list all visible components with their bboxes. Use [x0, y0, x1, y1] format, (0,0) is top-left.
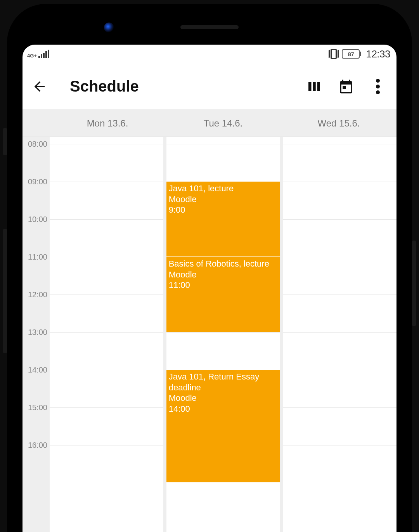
hour-gridline	[50, 219, 163, 220]
day-column[interactable]	[50, 137, 163, 532]
hour-label: 14:00	[28, 366, 47, 374]
day-columns: Java 101, lectureMoodle9:00Basics of Rob…	[50, 137, 396, 532]
hour-gridline	[50, 370, 163, 370]
hour-label: 09:00	[28, 177, 47, 186]
status-bar: 4G+ 87 12:33	[23, 45, 396, 63]
arrow-left-icon	[32, 79, 47, 94]
hour-gridline	[50, 182, 163, 182]
event-time: 11:00	[169, 280, 278, 291]
hour-gridline	[283, 483, 396, 483]
power-button	[412, 241, 416, 326]
front-camera	[104, 23, 114, 33]
calendar-today-icon	[338, 78, 354, 95]
hour-gridline	[283, 295, 396, 295]
day-column[interactable]	[283, 137, 396, 532]
hour-label: 11:00	[28, 253, 47, 262]
hour-gridline	[50, 483, 163, 483]
svg-point-4	[376, 79, 380, 83]
svg-rect-3	[343, 86, 346, 89]
svg-rect-0	[308, 82, 312, 91]
hour-gridline	[50, 407, 163, 408]
hour-gridline	[50, 295, 163, 295]
page-title: Schedule	[70, 78, 296, 95]
network-label: 4G+	[27, 53, 37, 58]
event-location: Moodle	[169, 194, 278, 205]
hour-gridline	[50, 257, 163, 257]
event-location: Moodle	[169, 393, 278, 404]
hour-label: 08:00	[28, 140, 47, 149]
vibrate-icon	[329, 49, 339, 59]
more-vert-icon	[376, 79, 380, 94]
hour-gridline	[283, 257, 396, 257]
hour-label: 15:00	[28, 403, 47, 412]
hour-gridline	[50, 445, 163, 445]
speaker-grille	[180, 25, 239, 29]
day-header[interactable]: Mon 13.6.	[50, 118, 165, 129]
svg-point-5	[376, 85, 380, 88]
hour-gridline	[283, 332, 396, 333]
svg-point-6	[376, 90, 380, 94]
day-column[interactable]: Java 101, lectureMoodle9:00Basics of Rob…	[166, 137, 280, 532]
calendar-event[interactable]: Java 101, lectureMoodle9:00	[166, 182, 280, 257]
hour-label: 13:00	[28, 328, 47, 337]
app-bar-actions	[303, 76, 389, 97]
signal-icon	[38, 50, 49, 58]
hour-gridline	[50, 144, 163, 144]
hour-label: 16:00	[28, 441, 47, 450]
battery-percent: 87	[342, 49, 360, 59]
day-header-row: Mon 13.6. Tue 14.6. Wed 15.6.	[23, 110, 396, 137]
hour-gridline	[166, 144, 280, 144]
day-header-columns: Mon 13.6. Tue 14.6. Wed 15.6.	[50, 118, 396, 129]
event-title: Java 101, Return Essay deadline	[169, 371, 278, 393]
calendar-body[interactable]: 08:0009:0010:0011:0012:0013:0014:0015:00…	[23, 137, 396, 532]
hour-gridline	[283, 182, 396, 182]
phone-frame: 4G+ 87 12:33	[7, 4, 412, 532]
app-bar: Schedule	[23, 63, 396, 110]
hour-gridline	[283, 144, 396, 144]
hour-gridline	[166, 483, 280, 483]
day-header[interactable]: Tue 14.6.	[165, 118, 281, 129]
hour-gridline	[283, 407, 396, 408]
svg-rect-1	[313, 82, 316, 91]
hour-label: 10:00	[28, 215, 47, 224]
columns-icon	[306, 80, 322, 94]
event-title: Basics of Robotics, lecture	[169, 258, 278, 269]
hour-gridline	[283, 219, 396, 220]
status-left: 4G+	[27, 50, 49, 58]
event-location: Moodle	[169, 269, 278, 280]
battery-icon: 87	[342, 49, 361, 59]
today-button[interactable]	[335, 76, 357, 97]
hour-gridline	[50, 332, 163, 333]
overflow-menu-button[interactable]	[367, 76, 389, 97]
time-gutter: 08:0009:0010:0011:0012:0013:0014:0015:00…	[23, 137, 50, 532]
event-time: 9:00	[169, 204, 278, 215]
view-columns-button[interactable]	[303, 76, 325, 97]
status-right: 87 12:33	[329, 48, 390, 60]
back-button[interactable]	[29, 76, 50, 97]
hour-gridline	[166, 332, 280, 333]
volume-button	[3, 229, 7, 353]
calendar-event[interactable]: Basics of Robotics, lectureMoodle11:00	[166, 257, 280, 332]
day-header[interactable]: Wed 15.6.	[281, 118, 396, 129]
hour-label: 12:00	[28, 290, 47, 299]
device-background: 4G+ 87 12:33	[0, 0, 419, 532]
event-title: Java 101, lecture	[169, 183, 278, 194]
volume-button	[3, 128, 7, 155]
hour-gridline	[283, 370, 396, 370]
event-time: 14:00	[169, 404, 278, 414]
svg-rect-2	[317, 82, 320, 91]
calendar-event[interactable]: Java 101, Return Essay deadlineMoodle14:…	[166, 370, 280, 483]
hour-gridline	[283, 445, 396, 445]
clock: 12:33	[366, 48, 390, 60]
screen: 4G+ 87 12:33	[23, 45, 396, 532]
